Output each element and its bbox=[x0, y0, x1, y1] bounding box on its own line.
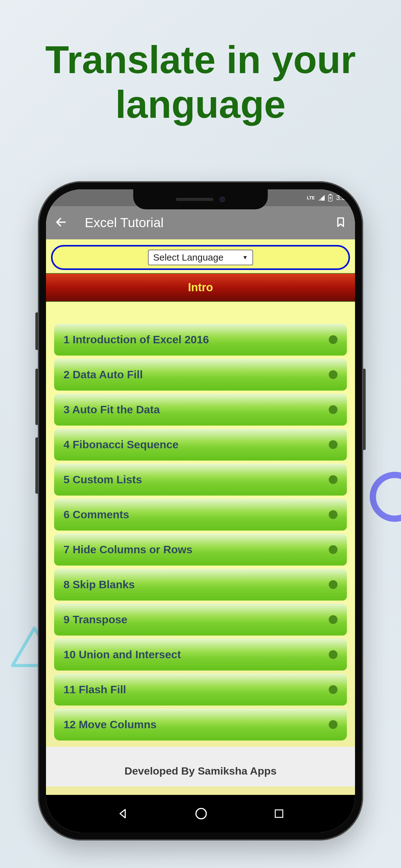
lesson-label: 6 Comments bbox=[63, 508, 129, 521]
status-dot-icon bbox=[329, 370, 338, 379]
status-dot-icon bbox=[329, 510, 338, 519]
lesson-item[interactable]: 10 Union and Intersect bbox=[54, 639, 347, 671]
svg-point-3 bbox=[196, 809, 206, 819]
content-area: Select Language ▼ Intro 1 Introduction o… bbox=[46, 239, 355, 795]
nav-recent-icon[interactable] bbox=[274, 808, 285, 819]
battery-icon bbox=[328, 194, 333, 202]
app-title: Excel Tutorial bbox=[85, 215, 317, 230]
section-header: Intro bbox=[46, 273, 355, 302]
lesson-label: 1 Introduction of Excel 2016 bbox=[63, 333, 209, 346]
lesson-label: 8 Skip Blanks bbox=[63, 578, 135, 591]
android-nav-bar bbox=[46, 795, 355, 832]
lesson-label: 3 Auto Fit the Data bbox=[63, 403, 160, 416]
lesson-item[interactable]: 9 Transpose bbox=[54, 604, 347, 636]
lesson-label: 12 Move Columns bbox=[63, 718, 157, 731]
lesson-item[interactable]: 2 Data Auto Fill bbox=[54, 359, 347, 391]
lesson-item[interactable]: 5 Custom Lists bbox=[54, 464, 347, 496]
lesson-label: 2 Data Auto Fill bbox=[63, 368, 143, 381]
language-selected-label: Select Language bbox=[153, 252, 223, 263]
status-dot-icon bbox=[329, 615, 338, 624]
promo-headline: Translate in your language bbox=[0, 0, 401, 127]
status-dot-icon bbox=[329, 405, 338, 414]
section-title: Intro bbox=[188, 281, 213, 294]
lesson-list: 1 Introduction of Excel 2016 2 Data Auto… bbox=[46, 302, 355, 747]
lesson-item[interactable]: 6 Comments bbox=[54, 499, 347, 531]
lesson-item[interactable]: 7 Hide Columns or Rows bbox=[54, 534, 347, 565]
status-dot-icon bbox=[329, 650, 338, 659]
lesson-item[interactable]: 8 Skip Blanks bbox=[54, 569, 347, 600]
lesson-item[interactable]: 12 Move Columns bbox=[54, 709, 347, 741]
network-indicator: LTE bbox=[307, 195, 315, 200]
lesson-label: 7 Hide Columns or Rows bbox=[63, 544, 192, 556]
bookmark-icon[interactable] bbox=[335, 217, 346, 229]
lesson-item[interactable]: 1 Introduction of Excel 2016 bbox=[54, 324, 347, 355]
phone-notch bbox=[133, 189, 268, 209]
phone-frame: LTE 3:3 Excel Tutorial Select Langu bbox=[38, 181, 363, 840]
lesson-item[interactable]: 11 Flash Fill bbox=[54, 674, 347, 706]
back-arrow-icon[interactable] bbox=[55, 216, 67, 230]
status-dot-icon bbox=[329, 685, 338, 694]
lesson-label: 9 Transpose bbox=[63, 613, 127, 626]
lesson-label: 11 Flash Fill bbox=[63, 683, 126, 696]
lesson-label: 4 Fibonacci Sequence bbox=[63, 438, 179, 451]
app-bar: Excel Tutorial bbox=[46, 206, 355, 239]
chevron-down-icon: ▼ bbox=[242, 254, 248, 261]
language-pill: Select Language ▼ bbox=[51, 245, 350, 270]
status-dot-icon bbox=[329, 545, 338, 554]
signal-icon bbox=[318, 195, 325, 200]
lesson-item[interactable]: 4 Fibonacci Sequence bbox=[54, 429, 347, 461]
nav-home-icon[interactable] bbox=[194, 807, 208, 820]
status-dot-icon bbox=[329, 335, 338, 344]
lesson-label: 10 Union and Intersect bbox=[63, 648, 181, 661]
bg-circle-decoration bbox=[370, 472, 401, 522]
status-dot-icon bbox=[329, 475, 338, 484]
status-time: 3:3 bbox=[336, 194, 346, 202]
nav-back-icon[interactable] bbox=[116, 807, 129, 820]
svg-rect-4 bbox=[275, 810, 283, 817]
lesson-item[interactable]: 3 Auto Fit the Data bbox=[54, 394, 347, 426]
phone-screen: LTE 3:3 Excel Tutorial Select Langu bbox=[46, 189, 355, 832]
status-dot-icon bbox=[329, 580, 338, 589]
status-dot-icon bbox=[329, 720, 338, 729]
language-select[interactable]: Select Language ▼ bbox=[148, 250, 253, 265]
lesson-label: 5 Custom Lists bbox=[63, 473, 142, 486]
status-dot-icon bbox=[329, 440, 338, 449]
svg-rect-1 bbox=[330, 194, 331, 195]
developer-footer: Developed By Samiksha Apps bbox=[46, 747, 355, 786]
